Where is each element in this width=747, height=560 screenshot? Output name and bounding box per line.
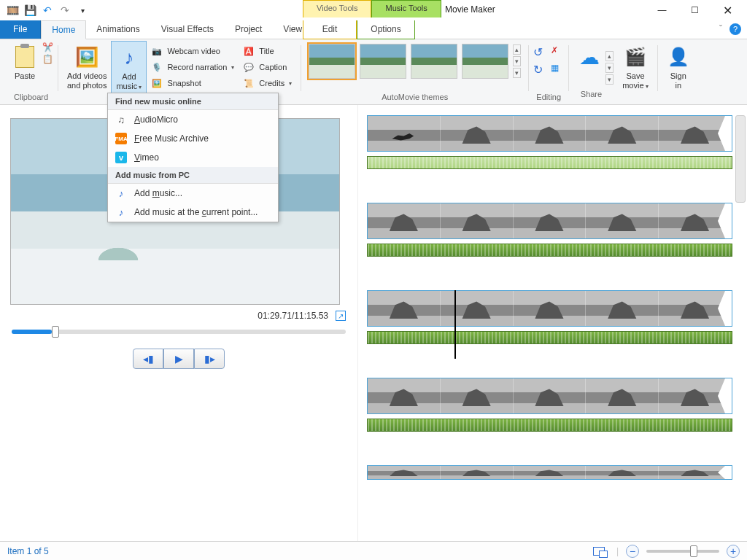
maximize-button[interactable]: ☐ (678, 0, 711, 20)
playback-controls: ◂▮ ▶ ▮▸ (10, 349, 347, 369)
skydrive-button[interactable]: ☁ (573, 41, 605, 74)
dd-vimeo[interactable]: v Vimeo (108, 148, 278, 167)
audio-track-1[interactable] (367, 156, 732, 169)
video-track-2[interactable] (367, 203, 732, 239)
tab-visual-effects[interactable]: Visual Effects (151, 20, 225, 39)
gallery-more-icon[interactable]: ▾ (513, 68, 521, 78)
tab-options-music[interactable]: Options (357, 20, 415, 39)
share-gallery-up-icon[interactable]: ▴ (605, 51, 614, 61)
delete-icon[interactable]: ✗ (551, 45, 564, 58)
sign-in-button[interactable]: 👤 Sign in (662, 41, 694, 93)
title-button[interactable]: 🅰️Title (239, 44, 296, 58)
gallery-down-icon[interactable]: ▾ (513, 56, 521, 66)
seek-knob[interactable] (52, 326, 59, 338)
video-track-1[interactable] (367, 115, 732, 152)
credits-button[interactable]: 📜Credits ▾ (239, 76, 296, 90)
separator: | (616, 546, 619, 556)
save-icon[interactable]: 💾 (23, 4, 36, 17)
paste-button[interactable]: Paste (9, 41, 41, 84)
group-clipboard: Paste ✂️ 📋 Clipboard (4, 41, 58, 104)
music-tools-context: Music Tools (371, 0, 441, 18)
dd-fma-label: Free Music Archive (134, 133, 209, 144)
zoom-in-button[interactable]: + (727, 545, 740, 558)
zoom-slider[interactable] (646, 550, 719, 553)
group-themes-label: AutoMovie themes (382, 93, 448, 101)
tab-project[interactable]: Project (225, 20, 273, 39)
video-track-3[interactable] (367, 290, 732, 327)
theme-thumb-4[interactable] (462, 44, 508, 79)
theme-thumb-3[interactable] (411, 44, 457, 79)
zoom-controls: | − + (593, 545, 740, 558)
group-automovie-themes: ▴ ▾ ▾ AutoMovie themes (301, 41, 528, 104)
copy-icon[interactable]: 📋 (42, 54, 53, 64)
redo-icon[interactable]: ↷ (58, 4, 71, 17)
save-movie-button[interactable]: 🎬 Save movie ▾ (618, 41, 653, 94)
audio-track-2[interactable] (367, 244, 732, 257)
thumbnail-size-icon[interactable] (593, 547, 605, 556)
group-share-label: Share (569, 90, 614, 98)
add-music-label: Add music ▾ (116, 72, 142, 92)
minimize-button[interactable]: — (646, 0, 678, 20)
title-label: Title (259, 47, 274, 55)
tab-animations[interactable]: Animations (86, 20, 150, 39)
rotate-left-icon[interactable]: ↺ (533, 45, 546, 58)
clip-group-1[interactable] (367, 115, 732, 169)
timeline-pane[interactable] (357, 105, 747, 541)
tab-file[interactable]: File (0, 20, 41, 39)
fullscreen-icon[interactable]: ↗ (336, 311, 346, 321)
rotate-right-icon[interactable]: ↻ (533, 63, 546, 76)
zoom-knob[interactable] (690, 545, 697, 557)
next-frame-button[interactable]: ▮▸ (194, 349, 225, 369)
group-share: ☁ ▴ ▾ ▾ 🎬 Save movie ▾ Share (569, 41, 657, 104)
gallery-up-icon[interactable]: ▴ (513, 44, 521, 55)
add-music-button[interactable]: ♪ Add music ▾ (111, 41, 147, 96)
close-button[interactable]: ✕ (711, 0, 744, 20)
caption-button[interactable]: 💬Caption (239, 60, 296, 74)
clip-group-4[interactable] (367, 378, 732, 432)
video-track-4[interactable] (367, 378, 732, 414)
seek-bar[interactable] (12, 330, 346, 334)
webcam-video-button[interactable]: 📷Webcam video (147, 44, 239, 58)
cut-icon[interactable]: ✂️ (42, 42, 53, 52)
dd-audiomicro[interactable]: ♫ AudioMicro (108, 110, 278, 129)
webcam-icon: 📷 (151, 45, 163, 57)
record-narration-button[interactable]: 🎙️Record narration ▾ (147, 60, 239, 74)
timecode: 01:29.71/11:15.53 (258, 311, 328, 321)
clip-group-2[interactable] (367, 203, 732, 257)
share-gallery-more-icon[interactable]: ▾ (605, 74, 614, 85)
select-all-icon[interactable]: ▦ (551, 63, 564, 76)
microphone-icon: 🎙️ (151, 61, 163, 73)
theme-thumb-1[interactable] (309, 44, 355, 79)
themes-gallery[interactable]: ▴ ▾ ▾ (306, 41, 524, 82)
timeline-scrollbar[interactable] (735, 115, 746, 203)
note-icon: ♪ (115, 187, 127, 199)
tab-home[interactable]: Home (41, 20, 86, 39)
qat-customize-icon[interactable]: ▾ (76, 4, 89, 17)
tab-edit-video[interactable]: Edit (303, 20, 357, 39)
snapshot-icon: 🖼️ (151, 77, 163, 89)
zoom-out-button[interactable]: − (626, 545, 639, 558)
help-icon[interactable]: ? (729, 23, 741, 35)
music-note-icon: ♪ (124, 47, 133, 69)
undo-icon[interactable]: ↶ (41, 4, 54, 17)
status-bar: Item 1 of 5 | − + (0, 541, 747, 560)
share-gallery-down-icon[interactable]: ▾ (605, 63, 614, 73)
clip-group-5[interactable] (367, 465, 732, 480)
play-button[interactable]: ▶ (163, 349, 194, 369)
title-bar: 🎞️ 💾 ↶ ↷ ▾ Video Tools Music Tools Movie… (0, 0, 747, 20)
audio-track-3[interactable] (367, 331, 732, 344)
ribbon-collapse-icon[interactable]: ˇ (719, 24, 722, 34)
add-videos-photos-button[interactable]: 🖼️ Add videos and photos (63, 41, 111, 93)
dd-add-music[interactable]: ♪ Add music... (108, 184, 278, 203)
dd-add-music-point[interactable]: ♪ Add music at the current point... (108, 203, 278, 222)
prev-frame-button[interactable]: ◂▮ (133, 349, 163, 369)
video-track-5[interactable] (367, 465, 732, 480)
dd-fma[interactable]: FMA Free Music Archive (108, 129, 278, 148)
vimeo-icon: v (115, 152, 127, 163)
clip-group-3[interactable] (367, 290, 732, 344)
playhead[interactable] (454, 290, 456, 359)
snapshot-button[interactable]: 🖼️Snapshot (147, 76, 239, 90)
audio-track-4[interactable] (367, 419, 732, 432)
theme-thumb-2[interactable] (360, 44, 406, 79)
cloud-icon: ☁ (579, 45, 600, 69)
